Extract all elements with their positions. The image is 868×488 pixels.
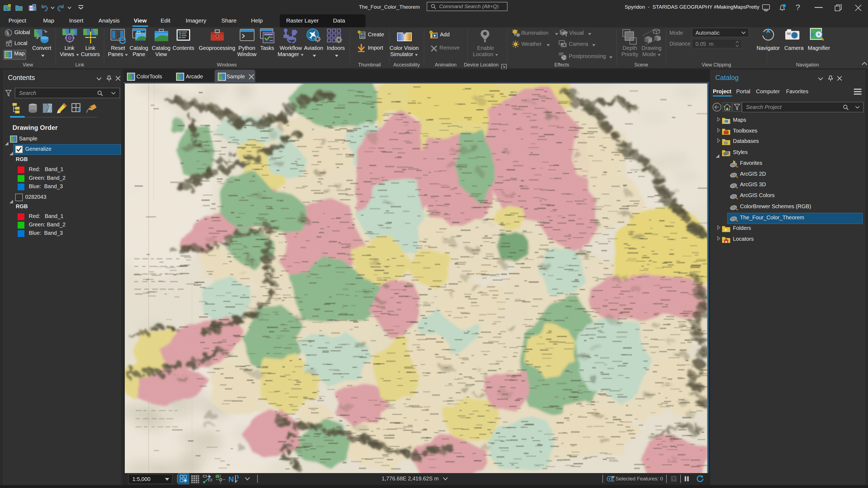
svg-text:N: N: [228, 475, 234, 483]
